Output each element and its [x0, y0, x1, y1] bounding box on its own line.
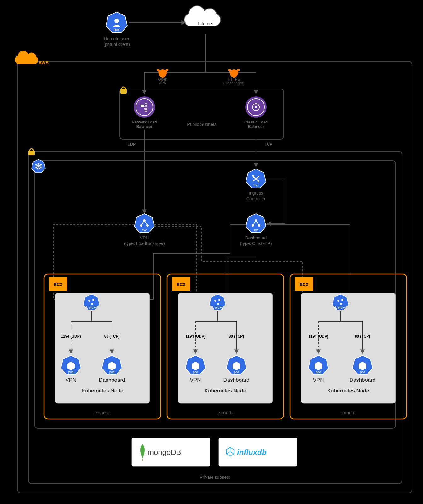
svg-rect-45 [55, 293, 150, 403]
svg-rect-5 [228, 69, 231, 71]
zone-b-podvpn-sub: pod [193, 370, 198, 374]
zone-a-poddash: Dashboard [99, 377, 125, 383]
zone-c-node: Kubernetes Node [327, 388, 369, 394]
zone-a-podvpn-sub: pod [68, 370, 74, 374]
internet-label: Internet [198, 21, 213, 26]
clb-l2: Balancer [248, 124, 264, 129]
svg-point-8 [134, 96, 155, 118]
user-icon-sub: user [113, 28, 120, 32]
zone-a-ec2: EC2 [54, 282, 62, 287]
zone-c-label: zone c [341, 410, 356, 415]
ingress-l1: Ingress [249, 191, 263, 196]
zone-b-port-dash: 80 (TCP) [229, 334, 244, 339]
https-l2: (Dashboard) [223, 81, 245, 85]
tcp-label: TCP [265, 142, 272, 146]
openvpn-l2: VPN [159, 81, 167, 85]
svg-rect-4 [166, 69, 168, 71]
nlb-l2: Balancer [136, 124, 153, 129]
svg-rect-3 [157, 69, 159, 71]
ingress-l2: Controller [246, 196, 266, 201]
zone-b-poddash-sub: pod [234, 370, 239, 374]
svg-point-60 [214, 300, 216, 302]
svg-point-48 [92, 299, 94, 301]
zone-c-port-dash: 80 (TCP) [355, 334, 370, 339]
svg-rect-6 [237, 69, 240, 71]
zone-a: EC2 zone a k-proxy 1194 (UDP) 80 (TCP) p… [44, 274, 161, 419]
nlb-l1: Network Load [132, 120, 157, 124]
zone-b: EC2 zone b k-proxy 1194 (UDP) 80 (TCP) p… [167, 274, 284, 419]
zone-a-podvpn: VPN [66, 377, 77, 383]
zone-a-label: zone a [95, 410, 110, 415]
svg-point-73 [337, 300, 339, 302]
zone-c-podvpn-sub: pod [316, 370, 321, 374]
svg-point-62 [217, 303, 219, 305]
svg-rect-20 [28, 151, 35, 155]
svc-vpn-l2: (type: LoadBalancer) [124, 241, 165, 246]
aws-label: AWS [38, 60, 49, 65]
zone-b-poddash: Dashboard [223, 377, 249, 383]
zone-b-kproxy-sub: k-proxy [212, 306, 223, 309]
svg-rect-10 [141, 105, 144, 107]
udp-label: UDP [128, 142, 136, 146]
svg-rect-58 [178, 293, 273, 403]
svg-rect-71 [301, 293, 396, 403]
zone-b-ec2: EC2 [177, 282, 185, 287]
public-subnets-title: Public Subnets [187, 122, 216, 127]
zone-b-podvpn: VPN [190, 377, 201, 383]
svc-vpn-sub: svc [142, 228, 147, 232]
zone-c-poddash: Dashboard [349, 377, 375, 383]
zone-b-label: zone b [218, 410, 232, 415]
zone-c-kproxy-sub: k-proxy [335, 306, 346, 309]
zone-c-poddash-sub: pod [360, 370, 365, 374]
nlb-icon [134, 96, 155, 118]
zone-c: EC2 zone c k-proxy 1194 (UDP) 80 (TCP) p… [290, 274, 407, 419]
zone-b-node: Kubernetes Node [205, 388, 246, 394]
svg-point-75 [340, 303, 342, 305]
mongodb-label: mongoDB [148, 448, 181, 456]
zone-b-port-vpn: 1194 (UDP) [185, 334, 205, 339]
zone-a-poddash-sub: pod [109, 370, 115, 374]
clb-l1: Classic Load [244, 120, 268, 124]
svg-point-61 [218, 299, 220, 301]
svg-point-2 [114, 19, 119, 23]
zone-c-ec2: EC2 [299, 282, 308, 287]
svg-point-47 [88, 300, 90, 302]
svg-point-49 [91, 303, 93, 305]
zone-c-port-vpn: 1194 (UDP) [308, 334, 328, 339]
svc-vpn-l1: VPN [140, 235, 149, 240]
private-subnets-label: Private subnets [200, 475, 230, 480]
zone-c-podvpn: VPN [313, 377, 324, 383]
influxdb-label: influxdb [237, 448, 266, 456]
ingress-sub: ing [254, 184, 258, 187]
remote-user-l2: (pritunl client) [103, 42, 130, 47]
zone-a-node: Kubernetes Node [82, 388, 123, 394]
clb-icon [245, 96, 267, 118]
zone-a-port-vpn: 1194 (UDP) [61, 334, 81, 339]
influxdb-card: influxdb [219, 438, 297, 466]
zone-a-port-dash: 80 (TCP) [104, 334, 120, 339]
svc-dash-sub: svc [254, 228, 258, 232]
remote-user-l1: Remote user [104, 36, 129, 41]
zone-a-kproxy-sub: k-proxy [86, 306, 97, 309]
mongodb-card: mongoDB [132, 438, 210, 466]
svg-rect-7 [120, 89, 127, 94]
svg-point-74 [341, 299, 343, 301]
